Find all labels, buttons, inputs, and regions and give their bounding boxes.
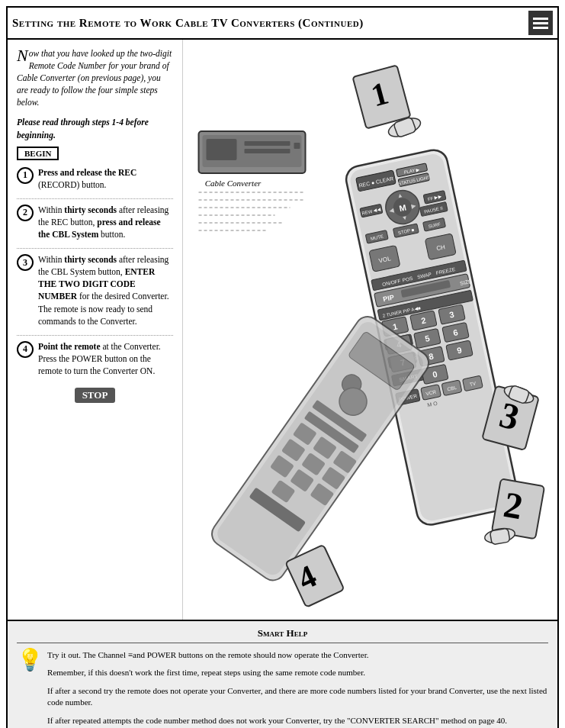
divider-1 <box>17 198 173 199</box>
step-text-2: Within thirty seconds after releasing th… <box>38 204 173 240</box>
icon-bar-3 <box>533 27 548 29</box>
svg-rect-3 <box>245 141 291 146</box>
page-wrapper: Setting the Remote to Work Cable TV Conv… <box>0 6 565 728</box>
channel-icon: ≡ <box>128 650 133 659</box>
svg-text:Cable Converter: Cable Converter <box>205 179 262 188</box>
content-area: Now that you have looked up the two-digi… <box>6 40 559 620</box>
drop-cap-n: N <box>17 47 28 64</box>
icon-bar-2 <box>533 22 548 24</box>
step-number-2: 2 <box>17 205 34 221</box>
step-3: 3 Within thirty seconds after releasing … <box>17 253 173 327</box>
smart-help-paragraphs: Try it out. The Channel ≡and POWER butto… <box>47 649 548 726</box>
smart-help-p2: Remember, if this doesn't work the first… <box>47 667 548 678</box>
left-column: Now that you have looked up the two-digi… <box>8 40 183 620</box>
svg-rect-5 <box>294 143 300 149</box>
intro-text: ow that you have looked up the two-digit… <box>17 49 172 107</box>
svg-rect-101 <box>490 528 510 545</box>
bulb-icon: 💡 <box>17 649 41 671</box>
smart-help-content: 💡 Try it out. The Channel ≡and POWER but… <box>17 649 548 726</box>
step-number-3: 3 <box>17 254 34 271</box>
step-1: 1 Press and release the REC (RECORD) but… <box>17 166 173 191</box>
right-column: Cable Converter 1 <box>183 40 557 620</box>
menu-icon <box>528 11 553 35</box>
begin-box: BEGIN <box>17 147 59 160</box>
divider-3 <box>17 335 173 336</box>
step-4: 4 Point the remote at the Converter. Pre… <box>17 340 173 377</box>
page-header: Setting the Remote to Work Cable TV Conv… <box>6 6 559 40</box>
step-text-1: Press and release the REC (RECORD) butto… <box>38 166 173 191</box>
svg-rect-4 <box>245 149 291 153</box>
bold-instruction: Please read through steps 1-4 before beg… <box>17 116 173 140</box>
step-text-3: Within thirty seconds after releasing th… <box>38 253 173 327</box>
icon-bar-1 <box>533 18 548 20</box>
step-number-4: 4 <box>17 341 34 358</box>
page-title: Setting the Remote to Work Cable TV Conv… <box>12 17 364 30</box>
svg-rect-2 <box>207 139 237 160</box>
remote-illustration: Cable Converter 1 <box>183 40 557 620</box>
intro-paragraph: Now that you have looked up the two-digi… <box>17 47 173 108</box>
step-number-1: 1 <box>17 167 34 184</box>
smart-help-p1: Try it out. The Channel ≡and POWER butto… <box>47 649 548 661</box>
divider-2 <box>17 248 173 249</box>
step-text-4: Point the remote at the Converter. Press… <box>38 340 173 377</box>
stop-box: STOP <box>75 388 116 403</box>
smart-help-p4: If after repeated attempts the code numb… <box>47 715 548 726</box>
smart-help-title: Smart Help <box>17 627 548 643</box>
smart-help-section: Smart Help 💡 Try it out. The Channel ≡an… <box>6 620 559 728</box>
step-2: 2 Within thirty seconds after releasing … <box>17 204 173 240</box>
smart-help-p3: If after a second try the remote does no… <box>47 685 548 709</box>
